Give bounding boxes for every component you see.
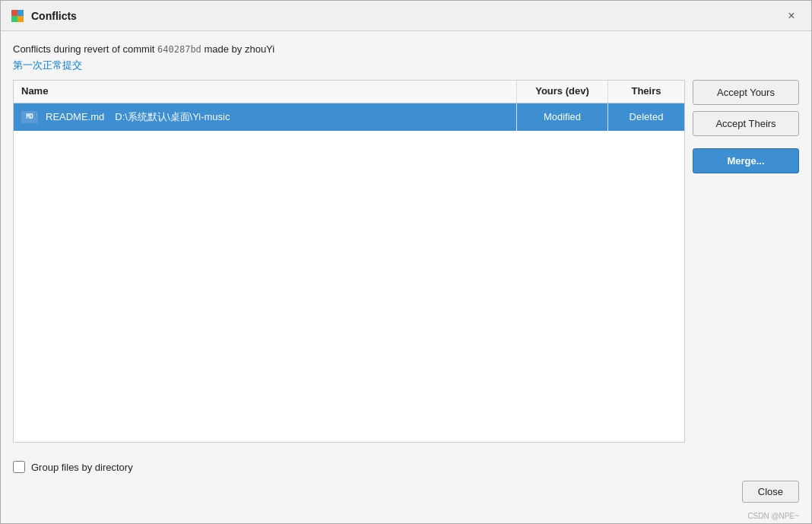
table-row[interactable]: MD README.md D:\系统默认\桌面\Yi-music Modifie… xyxy=(14,103,684,131)
svg-rect-1 xyxy=(17,10,24,16)
main-area: Name Yours (dev) Theirs MD README.md D:\… xyxy=(13,80,799,443)
close-dialog-button[interactable]: Close xyxy=(742,481,799,503)
action-buttons-panel: Accept Yours Accept Theirs Merge... xyxy=(693,80,799,443)
col-header-theirs: Theirs xyxy=(608,81,684,103)
group-files-checkbox[interactable] xyxy=(13,461,25,473)
conflicts-dialog: Conflicts × Conflicts during revert of c… xyxy=(0,0,812,524)
svg-rect-2 xyxy=(11,16,17,22)
conflict-subtitle: 第一次正常提交 xyxy=(13,59,799,72)
conflict-main-text: Conflicts during revert of commit 640287… xyxy=(13,42,799,57)
cell-filename: MD README.md D:\系统默认\桌面\Yi-music xyxy=(14,103,517,131)
title-bar-left: Conflicts xyxy=(10,8,77,24)
merge-button[interactable]: Merge... xyxy=(693,148,799,173)
commit-hash: 640287bd xyxy=(157,44,201,55)
svg-rect-0 xyxy=(11,10,17,16)
svg-rect-3 xyxy=(17,16,24,22)
col-header-name: Name xyxy=(14,81,517,103)
file-path: D:\系统默认\桌面\Yi-music xyxy=(115,110,230,124)
accept-yours-button[interactable]: Accept Yours xyxy=(693,80,799,105)
file-type-icon: MD xyxy=(21,111,38,123)
cell-theirs-status: Deleted xyxy=(608,103,684,131)
footer-area: Group files by directory xyxy=(1,453,811,481)
dialog-title: Conflicts xyxy=(31,10,77,22)
dialog-content: Conflicts during revert of commit 640287… xyxy=(1,31,811,453)
close-button-container: Close xyxy=(1,481,811,512)
group-files-checkbox-group: Group files by directory xyxy=(13,461,133,473)
conflicts-table: Name Yours (dev) Theirs MD README.md D:\… xyxy=(13,80,685,443)
table-header: Name Yours (dev) Theirs xyxy=(14,81,684,103)
file-name: README.md xyxy=(46,111,104,122)
conflict-description: Conflicts during revert of commit 640287… xyxy=(13,42,799,72)
accept-theirs-button[interactable]: Accept Theirs xyxy=(693,111,799,136)
col-header-yours: Yours (dev) xyxy=(517,81,608,103)
close-icon-button[interactable]: × xyxy=(781,5,802,27)
app-icon xyxy=(10,8,25,24)
watermark: CSDN @NPE~ xyxy=(1,512,811,523)
cell-yours-status: Modified xyxy=(517,103,608,131)
group-files-label[interactable]: Group files by directory xyxy=(31,462,133,473)
made-by-text: made by zhouYi xyxy=(204,43,274,55)
title-bar: Conflicts × xyxy=(1,1,811,31)
table-body: MD README.md D:\系统默认\桌面\Yi-music Modifie… xyxy=(14,103,684,443)
